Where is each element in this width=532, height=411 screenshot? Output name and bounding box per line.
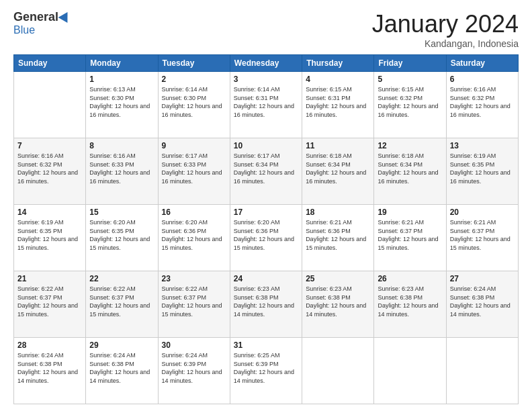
calendar-page: General Blue January 2024 Kandangan, Ind…	[0, 0, 532, 411]
column-header-saturday: Saturday	[446, 55, 518, 72]
sunset-text: Sunset: 6:36 PM	[162, 227, 226, 236]
sunset-text: Sunset: 6:37 PM	[162, 293, 226, 302]
daylight-text: Daylight: 12 hours and 16 minutes.	[89, 102, 154, 119]
sunset-text: Sunset: 6:38 PM	[89, 360, 154, 369]
day-number: 13	[450, 141, 515, 150]
daylight-text: Daylight: 12 hours and 16 minutes.	[234, 169, 298, 185]
sunset-text: Sunset: 6:37 PM	[378, 227, 442, 236]
day-info: Sunrise: 6:14 AMSunset: 6:30 PMDaylight:…	[162, 85, 226, 119]
calendar-header: SundayMondayTuesdayWednesdayThursdayFrid…	[14, 55, 519, 72]
calendar-cell	[302, 338, 374, 404]
daylight-text: Daylight: 12 hours and 15 minutes.	[450, 235, 515, 252]
day-number: 30	[162, 340, 226, 350]
day-info: Sunrise: 6:22 AMSunset: 6:37 PMDaylight:…	[89, 285, 154, 318]
calendar-cell: 16Sunrise: 6:20 AMSunset: 6:36 PMDayligh…	[158, 205, 230, 271]
day-info: Sunrise: 6:25 AMSunset: 6:39 PMDaylight:…	[234, 351, 298, 385]
calendar-cell: 28Sunrise: 6:24 AMSunset: 6:38 PMDayligh…	[14, 338, 86, 404]
logo-blue: Blue	[13, 24, 35, 36]
daylight-text: Daylight: 12 hours and 16 minutes.	[234, 102, 298, 119]
week-row-0: 1Sunrise: 6:13 AMSunset: 6:30 PMDaylight…	[14, 72, 519, 138]
column-header-sunday: Sunday	[14, 55, 86, 72]
sunrise-text: Sunrise: 6:20 AM	[234, 218, 298, 227]
sunset-text: Sunset: 6:34 PM	[378, 161, 442, 169]
sunset-text: Sunset: 6:36 PM	[306, 227, 370, 236]
sunset-text: Sunset: 6:38 PM	[17, 360, 82, 369]
day-number: 19	[378, 208, 442, 217]
day-info: Sunrise: 6:19 AMSunset: 6:35 PMDaylight:…	[17, 218, 82, 252]
sunset-text: Sunset: 6:39 PM	[234, 360, 298, 369]
daylight-text: Daylight: 12 hours and 14 minutes.	[234, 368, 298, 385]
day-number: 21	[17, 274, 82, 283]
sunrise-text: Sunrise: 6:18 AM	[306, 152, 370, 161]
calendar-cell: 14Sunrise: 6:19 AMSunset: 6:35 PMDayligh…	[14, 205, 86, 271]
daylight-text: Daylight: 12 hours and 16 minutes.	[378, 102, 442, 119]
calendar-cell: 24Sunrise: 6:23 AMSunset: 6:38 PMDayligh…	[230, 271, 302, 338]
day-number: 11	[306, 141, 370, 150]
calendar-cell: 7Sunrise: 6:16 AMSunset: 6:32 PMDaylight…	[14, 138, 86, 205]
day-number: 25	[306, 274, 370, 283]
calendar-cell: 5Sunrise: 6:15 AMSunset: 6:32 PMDaylight…	[374, 72, 446, 138]
sunrise-text: Sunrise: 6:15 AM	[306, 85, 370, 94]
day-number: 14	[17, 208, 82, 217]
sunset-text: Sunset: 6:33 PM	[162, 161, 226, 169]
daylight-text: Daylight: 12 hours and 15 minutes.	[378, 235, 442, 252]
calendar-cell: 6Sunrise: 6:16 AMSunset: 6:32 PMDaylight…	[446, 72, 518, 138]
calendar-cell: 4Sunrise: 6:15 AMSunset: 6:31 PMDaylight…	[302, 72, 374, 138]
sunset-text: Sunset: 6:32 PM	[450, 94, 515, 103]
sunrise-text: Sunrise: 6:15 AM	[378, 85, 442, 94]
sunrise-text: Sunrise: 6:22 AM	[162, 285, 226, 293]
day-info: Sunrise: 6:24 AMSunset: 6:38 PMDaylight:…	[450, 285, 515, 318]
sunrise-text: Sunrise: 6:16 AM	[89, 152, 154, 161]
sunset-text: Sunset: 6:34 PM	[306, 161, 370, 169]
sunset-text: Sunset: 6:36 PM	[234, 227, 298, 236]
day-info: Sunrise: 6:22 AMSunset: 6:37 PMDaylight:…	[17, 285, 82, 318]
sunrise-text: Sunrise: 6:19 AM	[450, 152, 515, 161]
daylight-text: Daylight: 12 hours and 15 minutes.	[162, 302, 226, 318]
calendar-table: SundayMondayTuesdayWednesdayThursdayFrid…	[13, 54, 519, 404]
sunset-text: Sunset: 6:30 PM	[89, 94, 154, 103]
sunrise-text: Sunrise: 6:17 AM	[162, 152, 226, 161]
day-info: Sunrise: 6:21 AMSunset: 6:37 PMDaylight:…	[450, 218, 515, 252]
day-number: 31	[234, 340, 298, 350]
day-info: Sunrise: 6:21 AMSunset: 6:37 PMDaylight:…	[378, 218, 442, 252]
sunrise-text: Sunrise: 6:20 AM	[89, 218, 154, 227]
calendar-cell: 31Sunrise: 6:25 AMSunset: 6:39 PMDayligh…	[230, 338, 302, 404]
logo: General Blue	[13, 10, 71, 36]
day-number: 28	[17, 340, 82, 350]
day-info: Sunrise: 6:23 AMSunset: 6:38 PMDaylight:…	[306, 285, 370, 318]
calendar-cell: 23Sunrise: 6:22 AMSunset: 6:37 PMDayligh…	[158, 271, 230, 338]
daylight-text: Daylight: 12 hours and 16 minutes.	[162, 102, 226, 119]
daylight-text: Daylight: 12 hours and 15 minutes.	[306, 235, 370, 252]
sunrise-text: Sunrise: 6:21 AM	[306, 218, 370, 227]
day-number: 27	[450, 274, 515, 283]
day-info: Sunrise: 6:16 AMSunset: 6:32 PMDaylight:…	[450, 85, 515, 119]
calendar-cell: 22Sunrise: 6:22 AMSunset: 6:37 PMDayligh…	[86, 271, 158, 338]
calendar-cell	[446, 338, 518, 404]
day-info: Sunrise: 6:14 AMSunset: 6:31 PMDaylight:…	[234, 85, 298, 119]
header: General Blue January 2024 Kandangan, Ind…	[13, 10, 519, 49]
calendar-body: 1Sunrise: 6:13 AMSunset: 6:30 PMDaylight…	[14, 72, 519, 404]
daylight-text: Daylight: 12 hours and 16 minutes.	[306, 102, 370, 119]
sunset-text: Sunset: 6:37 PM	[17, 293, 82, 302]
sunrise-text: Sunrise: 6:24 AM	[450, 285, 515, 293]
week-row-2: 14Sunrise: 6:19 AMSunset: 6:35 PMDayligh…	[14, 205, 519, 271]
calendar-cell: 10Sunrise: 6:17 AMSunset: 6:34 PMDayligh…	[230, 138, 302, 205]
calendar-cell: 27Sunrise: 6:24 AMSunset: 6:38 PMDayligh…	[446, 271, 518, 338]
daylight-text: Daylight: 12 hours and 15 minutes.	[89, 235, 154, 252]
day-info: Sunrise: 6:16 AMSunset: 6:32 PMDaylight:…	[17, 152, 82, 185]
day-info: Sunrise: 6:20 AMSunset: 6:36 PMDaylight:…	[234, 218, 298, 252]
daylight-text: Daylight: 12 hours and 14 minutes.	[378, 302, 442, 318]
sunrise-text: Sunrise: 6:24 AM	[162, 351, 226, 360]
daylight-text: Daylight: 12 hours and 14 minutes.	[450, 302, 515, 318]
daylight-text: Daylight: 12 hours and 15 minutes.	[162, 235, 226, 252]
daylight-text: Daylight: 12 hours and 14 minutes.	[162, 368, 226, 385]
sunset-text: Sunset: 6:32 PM	[17, 161, 82, 169]
calendar-cell: 12Sunrise: 6:18 AMSunset: 6:34 PMDayligh…	[374, 138, 446, 205]
calendar-cell: 13Sunrise: 6:19 AMSunset: 6:35 PMDayligh…	[446, 138, 518, 205]
sunset-text: Sunset: 6:35 PM	[17, 227, 82, 236]
day-info: Sunrise: 6:18 AMSunset: 6:34 PMDaylight:…	[378, 152, 442, 185]
day-number: 1	[89, 75, 154, 84]
day-number: 9	[162, 141, 226, 150]
day-info: Sunrise: 6:21 AMSunset: 6:36 PMDaylight:…	[306, 218, 370, 252]
column-header-friday: Friday	[374, 55, 446, 72]
